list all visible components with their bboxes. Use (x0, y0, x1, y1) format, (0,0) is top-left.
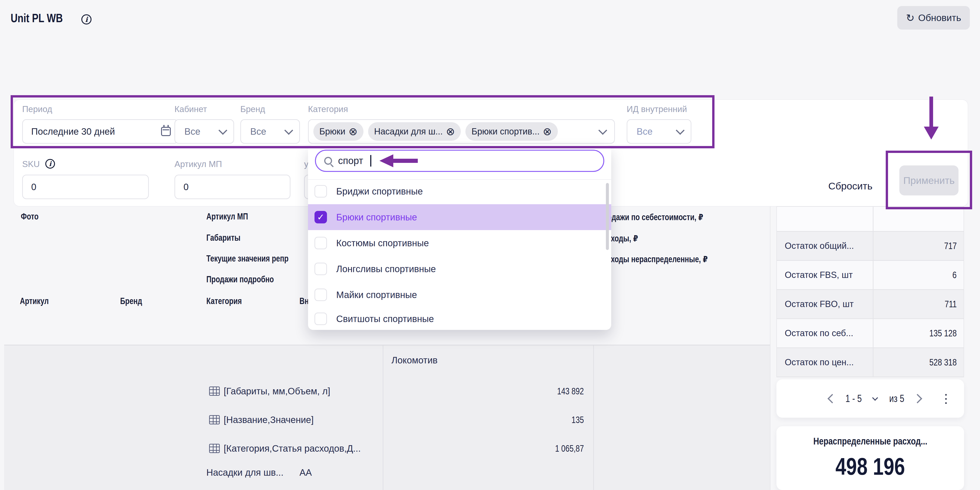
reset-button[interactable]: Сбросить (821, 174, 879, 198)
pagination: 1 - 5 из 5 ⋮ (776, 379, 964, 418)
stock-value: 711 (873, 299, 964, 310)
table-icon[interactable] (209, 444, 220, 453)
col-header-expenses-unallocated: асходы нераспределенные, ₽ (603, 254, 708, 264)
dropdown-option[interactable]: Майки спортивные (308, 282, 611, 308)
article-mp-label: Артикул МП (175, 159, 222, 169)
table-row (777, 207, 964, 232)
search-value: спорт (338, 155, 363, 166)
table-row[interactable]: Остаток общий... 717 (777, 232, 964, 261)
col-header-dimensions: Габариты (206, 233, 240, 243)
cell-value: 143 892 (550, 386, 584, 396)
table-icon[interactable] (209, 415, 220, 425)
refresh-button[interactable]: ↻ Обновить (897, 6, 970, 30)
stock-label: Остаток по себ... (777, 319, 873, 347)
cell-value: 1 065,87 (548, 443, 584, 454)
reset-label: Сбросить (828, 180, 872, 192)
stock-value: 6 (873, 270, 964, 280)
page-size-chevron-icon[interactable] (872, 395, 878, 401)
article-mp-input[interactable]: 0 (175, 175, 291, 199)
scrollbar-thumb[interactable] (606, 183, 609, 250)
option-label: Лонгсливы спортивные (336, 264, 436, 274)
card-title: Нераспределенные расход... (776, 436, 964, 447)
table-row[interactable]: Остаток по цен... 528 318 (777, 348, 964, 377)
option-label: Свитшоты спортивные (336, 314, 434, 324)
col-header-sales-cost: родажи по себестоимости, ₽ (603, 212, 703, 222)
option-label: Бриджи спортивные (336, 186, 423, 197)
checkbox-icon[interactable] (315, 288, 327, 301)
cell-nested-table-label[interactable]: [Габариты, мм,Объем, л] (224, 386, 330, 396)
dropdown-option[interactable]: Костюмы спортивные (308, 230, 611, 256)
refresh-icon: ↻ (906, 12, 915, 24)
stock-value: 528 318 (873, 357, 964, 368)
checkbox-icon[interactable] (315, 237, 327, 249)
column-divider (593, 345, 594, 490)
dropdown-option-selected[interactable]: ✓ Брюки спортивные (308, 204, 611, 230)
checkbox-icon[interactable] (315, 262, 327, 275)
stock-label (777, 207, 873, 231)
cell-nested-table-label[interactable]: [Название,Значение] (224, 415, 313, 425)
table-row[interactable]: Остаток по себ... 135 128 (777, 319, 964, 348)
stock-label: Остаток общий... (777, 232, 873, 260)
option-label: Майки спортивные (336, 290, 417, 300)
annotation-down-arrow-head (924, 127, 939, 140)
col-header-current-values: Текущие значения репр (206, 254, 289, 264)
cell-category: Насадки для шв... (206, 467, 283, 478)
dropdown-search-input[interactable]: спорт (315, 150, 604, 172)
cell-nested-table-label[interactable]: [Категория,Статья расходов,Д... (224, 443, 361, 454)
pagination-prev-icon[interactable] (827, 394, 837, 403)
column-divider (383, 345, 383, 490)
table-row[interactable]: Локомотив [Габариты, мм,Объем, л] 143 89… (4, 345, 770, 490)
table-right-border (770, 206, 770, 490)
cell-value: 135 (568, 415, 584, 425)
article-mp-value: 0 (183, 182, 189, 192)
dropdown-option[interactable]: Лонгсливы спортивные (308, 256, 611, 282)
cell-brand: Локомотив (391, 355, 438, 366)
title-info-icon[interactable]: i (81, 14, 92, 24)
col-header-category: Категория (206, 296, 242, 306)
sku-label: SKU (22, 159, 40, 169)
unallocated-expenses-card: Нераспределенные расход... 498 196 (776, 426, 964, 490)
annotation-filters-rectangle (11, 95, 714, 148)
checkbox-checked-icon[interactable]: ✓ (315, 211, 327, 223)
annotation-left-arrow-shaft (393, 159, 418, 163)
col-header-photo: Фото (21, 212, 38, 221)
annotation-down-arrow-shaft (929, 97, 933, 127)
stock-value: 135 128 (873, 328, 964, 339)
refresh-label: Обновить (918, 13, 961, 23)
pagination-range[interactable]: 1 - 5 (843, 393, 864, 404)
col-header-brand: Бренд (120, 296, 142, 306)
table-row[interactable]: Остаток FBS, шт 6 (777, 261, 964, 290)
option-label: Брюки спортивные (336, 212, 417, 223)
table-icon[interactable] (209, 387, 220, 396)
col-header-article: Артикул (20, 296, 49, 306)
search-icon (324, 157, 332, 165)
category-dropdown: спорт Бриджи спортивные ✓ Брюки спортивн… (308, 145, 611, 330)
pagination-total: из 5 (887, 393, 906, 404)
card-value: 498 196 (776, 453, 964, 480)
checkbox-icon[interactable] (315, 185, 327, 197)
stock-value: 717 (873, 240, 964, 251)
kebab-menu-icon[interactable]: ⋮ (940, 391, 952, 406)
dropdown-option[interactable]: Свитшоты спортивные (308, 308, 611, 330)
stock-summary-table: Остаток общий... 717 Остаток FBS, шт 6 О… (776, 206, 964, 377)
stock-label: Остаток FBS, шт (777, 261, 873, 289)
page-title: Unit PL WB (11, 11, 76, 25)
text-cursor (370, 155, 371, 167)
sku-value: 0 (31, 182, 36, 192)
cell-internal: АА (299, 467, 312, 478)
col-header-internal: Вн (299, 296, 309, 306)
annotation-apply-rectangle (886, 151, 972, 209)
dropdown-option[interactable]: Бриджи спортивные (308, 178, 611, 204)
option-label: Костюмы спортивные (336, 238, 429, 248)
table-row[interactable]: Остаток FBO, шт 711 (777, 290, 964, 319)
checkbox-icon[interactable] (315, 313, 327, 325)
sku-input[interactable]: 0 (22, 175, 149, 199)
stock-label: Остаток FBO, шт (777, 290, 873, 318)
sku-info-icon[interactable]: i (45, 159, 55, 169)
col-header-article-mp: Артикул МП (206, 212, 248, 221)
col-header-sales-detail: Продажи подробно (206, 274, 274, 285)
pagination-next-icon[interactable] (913, 394, 922, 403)
stock-label: Остаток по цен... (777, 348, 873, 377)
annotation-left-arrow-head (379, 154, 393, 167)
